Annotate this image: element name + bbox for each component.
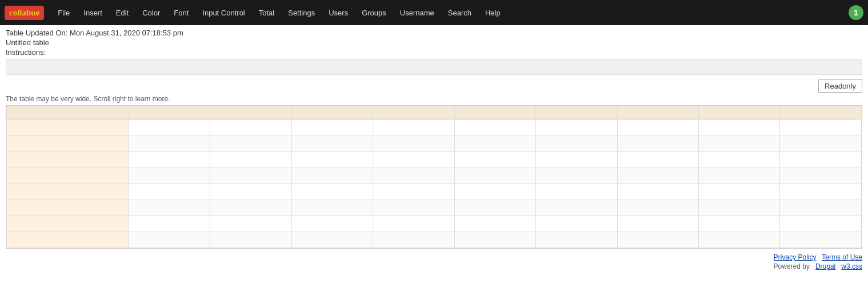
table-cell-4-0[interactable] xyxy=(7,184,129,200)
table-cell-3-2[interactable] xyxy=(210,168,291,184)
table-cell-5-0[interactable] xyxy=(7,200,129,216)
table-cell-1-8[interactable] xyxy=(698,136,779,152)
nav-item-color[interactable]: Color xyxy=(135,0,167,25)
nav-item-total[interactable]: Total xyxy=(252,0,281,25)
logo[interactable]: collabue xyxy=(5,6,44,20)
table-cell-0-5[interactable] xyxy=(454,120,535,136)
nav-item-input-control[interactable]: Input Control xyxy=(195,0,251,25)
table-cell-7-6[interactable] xyxy=(536,232,617,248)
table-cell-6-8[interactable] xyxy=(698,216,779,232)
table-cell-6-6[interactable] xyxy=(536,216,617,232)
table-cell-3-8[interactable] xyxy=(698,168,779,184)
table-cell-4-9[interactable] xyxy=(780,184,862,200)
table-cell-2-6[interactable] xyxy=(536,152,617,168)
table-cell-4-1[interactable] xyxy=(129,184,210,200)
table-cell-3-5[interactable] xyxy=(454,168,535,184)
nav-item-font[interactable]: Font xyxy=(167,0,195,25)
table-cell-0-8[interactable] xyxy=(698,120,779,136)
table-cell-7-8[interactable] xyxy=(698,232,779,248)
nav-item-groups[interactable]: Groups xyxy=(355,0,393,25)
table-cell-2-4[interactable] xyxy=(373,152,454,168)
table-cell-3-9[interactable] xyxy=(780,168,862,184)
table-cell-5-4[interactable] xyxy=(373,200,454,216)
table-wrapper[interactable] xyxy=(6,105,862,249)
nav-item-help[interactable]: Help xyxy=(478,0,507,25)
table-cell-0-2[interactable] xyxy=(210,120,291,136)
notification-badge[interactable]: 1 xyxy=(849,5,863,20)
table-cell-7-5[interactable] xyxy=(454,232,535,248)
table-cell-7-2[interactable] xyxy=(210,232,291,248)
table-cell-1-5[interactable] xyxy=(454,136,535,152)
table-cell-2-5[interactable] xyxy=(454,152,535,168)
nav-item-users[interactable]: Users xyxy=(322,0,355,25)
table-cell-1-0[interactable] xyxy=(7,136,129,152)
table-cell-4-7[interactable] xyxy=(617,184,698,200)
drupal-link[interactable]: Drupal xyxy=(815,262,835,270)
nav-item-search[interactable]: Search xyxy=(441,0,478,25)
nav-item-insert[interactable]: Insert xyxy=(77,0,109,25)
table-cell-4-8[interactable] xyxy=(698,184,779,200)
table-cell-2-1[interactable] xyxy=(129,152,210,168)
nav-item-username[interactable]: Username xyxy=(393,0,441,25)
table-cell-0-9[interactable] xyxy=(780,120,862,136)
table-cell-2-7[interactable] xyxy=(617,152,698,168)
table-cell-6-9[interactable] xyxy=(780,216,862,232)
privacy-policy-link[interactable]: Privacy Policy xyxy=(774,253,817,261)
table-cell-0-6[interactable] xyxy=(536,120,617,136)
table-cell-1-4[interactable] xyxy=(373,136,454,152)
table-cell-7-4[interactable] xyxy=(373,232,454,248)
table-cell-0-4[interactable] xyxy=(373,120,454,136)
table-cell-2-0[interactable] xyxy=(7,152,129,168)
table-cell-3-0[interactable] xyxy=(7,168,129,184)
table-cell-2-9[interactable] xyxy=(780,152,862,168)
table-cell-0-7[interactable] xyxy=(617,120,698,136)
table-cell-0-3[interactable] xyxy=(291,120,373,136)
table-cell-5-3[interactable] xyxy=(291,200,373,216)
table-cell-7-1[interactable] xyxy=(129,232,210,248)
table-cell-3-3[interactable] xyxy=(291,168,373,184)
table-cell-5-8[interactable] xyxy=(698,200,779,216)
table-cell-6-1[interactable] xyxy=(129,216,210,232)
table-cell-1-1[interactable] xyxy=(129,136,210,152)
table-cell-5-6[interactable] xyxy=(536,200,617,216)
table-cell-5-1[interactable] xyxy=(129,200,210,216)
table-cell-6-0[interactable] xyxy=(7,216,129,232)
table-cell-4-6[interactable] xyxy=(536,184,617,200)
table-cell-4-2[interactable] xyxy=(210,184,291,200)
nav-item-edit[interactable]: Edit xyxy=(109,0,135,25)
table-cell-2-2[interactable] xyxy=(210,152,291,168)
w3css-link[interactable]: w3.css xyxy=(841,262,862,270)
table-cell-6-2[interactable] xyxy=(210,216,291,232)
table-cell-1-2[interactable] xyxy=(210,136,291,152)
table-cell-5-7[interactable] xyxy=(617,200,698,216)
table-cell-3-6[interactable] xyxy=(536,168,617,184)
table-cell-7-3[interactable] xyxy=(291,232,373,248)
table-cell-1-3[interactable] xyxy=(291,136,373,152)
table-cell-5-9[interactable] xyxy=(780,200,862,216)
table-cell-6-4[interactable] xyxy=(373,216,454,232)
table-cell-3-4[interactable] xyxy=(373,168,454,184)
table-cell-6-5[interactable] xyxy=(454,216,535,232)
table-cell-3-7[interactable] xyxy=(617,168,698,184)
table-cell-7-9[interactable] xyxy=(780,232,862,248)
table-cell-6-3[interactable] xyxy=(291,216,373,232)
table-cell-3-1[interactable] xyxy=(129,168,210,184)
table-cell-0-1[interactable] xyxy=(129,120,210,136)
table-cell-4-3[interactable] xyxy=(291,184,373,200)
table-cell-5-5[interactable] xyxy=(454,200,535,216)
table-cell-4-4[interactable] xyxy=(373,184,454,200)
nav-item-file[interactable]: File xyxy=(51,0,77,25)
table-cell-2-8[interactable] xyxy=(698,152,779,168)
table-cell-1-7[interactable] xyxy=(617,136,698,152)
table-cell-2-3[interactable] xyxy=(291,152,373,168)
table-cell-5-2[interactable] xyxy=(210,200,291,216)
table-cell-4-5[interactable] xyxy=(454,184,535,200)
readonly-button[interactable]: Readonly xyxy=(818,79,862,93)
table-cell-1-9[interactable] xyxy=(780,136,862,152)
table-cell-1-6[interactable] xyxy=(536,136,617,152)
terms-of-use-link[interactable]: Terms of Use xyxy=(822,253,862,261)
table-cell-7-7[interactable] xyxy=(617,232,698,248)
table-cell-0-0[interactable] xyxy=(7,120,129,136)
nav-item-settings[interactable]: Settings xyxy=(281,0,322,25)
table-cell-7-0[interactable] xyxy=(7,232,129,248)
